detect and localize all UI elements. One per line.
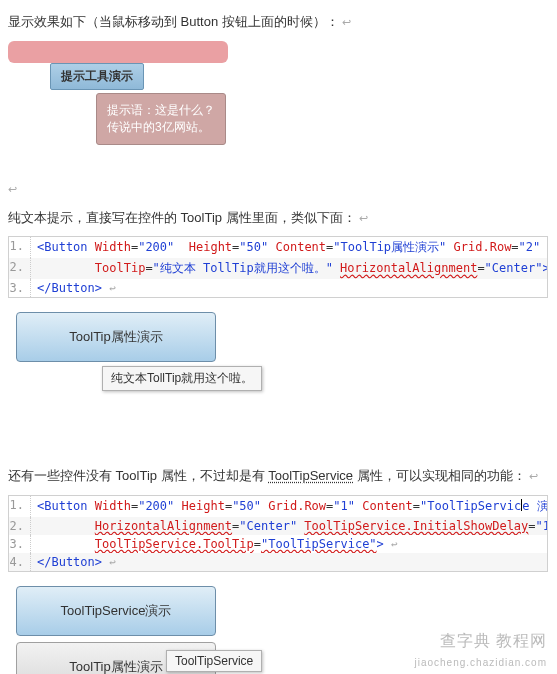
return-mark: ↩ — [529, 470, 538, 482]
demo-button-rich-label: 提示工具演示 — [61, 69, 133, 83]
code-line: </Button> ↩ — [31, 553, 547, 571]
line-number: 3. — [9, 279, 31, 297]
code-block-2: 1. <Button Width="200" Height="50" Grid.… — [8, 495, 548, 572]
code-line: </Button> ↩ — [31, 279, 547, 297]
line-number: 4. — [9, 553, 31, 571]
code-line: ToolTipService.ToolTip="ToolTipService">… — [31, 535, 547, 553]
code-line: <Button Width="200" Height="50" Grid.Row… — [31, 496, 547, 517]
return-mark: ↩ — [8, 183, 17, 195]
figure-tooltip-rich: 提示工具演示 提示语：这是什么？ 传说中的3亿网站。 — [8, 41, 308, 171]
code-line: HorizontalAlignment="Center" ToolTipServ… — [31, 517, 547, 535]
code-line: ToolTip="纯文本 TollTip就用这个啦。" HorizontalAl… — [31, 258, 547, 279]
paragraph-intro-text: 显示效果如下（当鼠标移动到 Button 按钮上面的时候）： — [8, 14, 339, 29]
line-number: 2. — [9, 517, 31, 535]
paragraph-ts-a: 还有一些控件没有 ToolTip 属性，不过却是有 — [8, 468, 268, 483]
paragraph-ts-b: 属性，可以实现相同的功能： — [353, 468, 526, 483]
paragraph-plaintext: 纯文本提示，直接写在控件的 ToolTip 属性里面，类似下面： ↩ — [8, 208, 549, 229]
return-mark: ↩ — [342, 16, 351, 28]
tooltip-rich-line2: 传说中的3亿网站。 — [107, 119, 215, 136]
figure1-bg — [8, 41, 228, 63]
figure-tooltipservice: ToolTipService演示 ToolTip属性演示 ToolTipServ… — [16, 586, 549, 674]
tooltip-plain: 纯文本TollTip就用这个啦。 — [102, 366, 262, 391]
paragraph-tooltipservice: 还有一些控件没有 ToolTip 属性，不过却是有 ToolTipService… — [8, 466, 549, 487]
code-block-1: 1. <Button Width="200" Height="50" Conte… — [8, 236, 548, 298]
paragraph-plaintext-text: 纯文本提示，直接写在控件的 ToolTip 属性里面，类似下面： — [8, 210, 356, 225]
line-number: 1. — [9, 237, 31, 258]
code-line: <Button Width="200" Height="50" Content=… — [31, 237, 547, 258]
demo-button-tooltipservice-label: ToolTipService演示 — [61, 602, 172, 620]
line-number: 1. — [9, 496, 31, 517]
paragraph-intro: 显示效果如下（当鼠标移动到 Button 按钮上面的时候）： ↩ — [8, 12, 549, 33]
return-mark: ↩ — [359, 212, 368, 224]
tooltip-plain-text: 纯文本TollTip就用这个啦。 — [111, 371, 253, 385]
demo-button-rich[interactable]: 提示工具演示 — [50, 63, 144, 90]
demo-button-tooltip-label: ToolTip属性演示 — [69, 328, 162, 346]
demo-button-tooltipservice[interactable]: ToolTipService演示 — [16, 586, 216, 636]
tooltip-service: ToolTipService — [166, 650, 262, 672]
demo-button-tooltip[interactable]: ToolTip属性演示 — [16, 312, 216, 362]
paragraph-ts-u: ToolTipService — [268, 468, 353, 483]
tooltip-service-text: ToolTipService — [175, 654, 253, 668]
line-number: 3. — [9, 535, 31, 553]
tooltip-rich-line1: 提示语：这是什么？ — [107, 102, 215, 119]
text-cursor — [521, 499, 522, 511]
figure-tooltip-plain: ToolTip属性演示 纯文本TollTip就用这个啦。 — [16, 312, 549, 446]
demo-button-tooltip-gray-label: ToolTip属性演示 — [69, 658, 162, 674]
line-number: 2. — [9, 258, 31, 279]
tooltip-rich: 提示语：这是什么？ 传说中的3亿网站。 — [96, 93, 226, 145]
